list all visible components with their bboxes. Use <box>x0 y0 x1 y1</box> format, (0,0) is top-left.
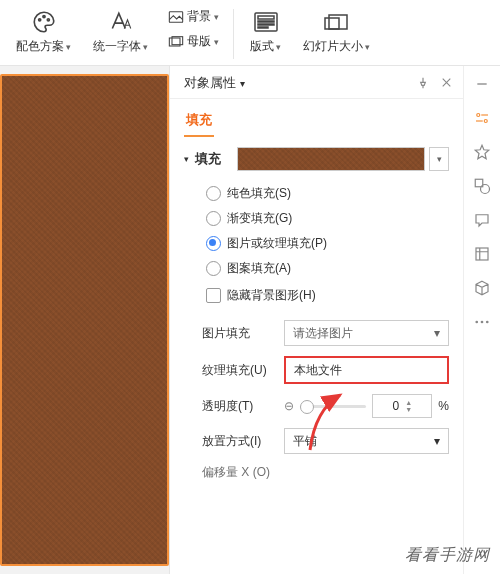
canvas-area <box>0 66 170 574</box>
svg-point-0 <box>38 19 40 21</box>
rail-cube-icon[interactable] <box>472 278 492 298</box>
fill-option-gradient[interactable]: 渐变填充(G) <box>206 210 449 227</box>
panel-title[interactable]: 对象属性 ▾ <box>184 74 245 92</box>
palette-icon <box>31 8 57 36</box>
opacity-slider[interactable] <box>300 405 366 408</box>
color-scheme-button[interactable]: 配色方案▾ <box>10 6 77 57</box>
offset-x-label: 偏移量 X (O) <box>202 464 274 481</box>
master-icon <box>168 35 184 49</box>
chevron-down-icon: ▾ <box>66 42 71 52</box>
chevron-down-icon: ▾ <box>365 42 370 52</box>
radio-icon <box>206 186 221 201</box>
layout-icon <box>253 8 279 36</box>
chevron-down-icon: ▾ <box>240 78 245 89</box>
slide-size-label: 幻灯片大小▾ <box>303 38 370 55</box>
master-button[interactable]: 母版 ▾ <box>164 31 223 52</box>
slide-size-icon <box>323 8 351 36</box>
texture-swatch-dropdown[interactable]: ▾ <box>429 147 449 171</box>
color-scheme-label: 配色方案▾ <box>16 38 71 55</box>
checkbox-icon <box>206 288 221 303</box>
svg-rect-7 <box>258 16 274 19</box>
chevron-down-icon: ▾ <box>214 37 219 47</box>
slider-thumb[interactable] <box>300 400 314 414</box>
master-label: 母版 <box>187 33 211 50</box>
tab-fill[interactable]: 填充 <box>184 105 214 137</box>
svg-point-19 <box>481 321 484 324</box>
slide-preview[interactable] <box>0 74 169 566</box>
svg-point-2 <box>47 19 49 21</box>
layout-button[interactable]: 版式▾ <box>244 6 287 57</box>
picture-fill-label: 图片填充 <box>202 325 274 342</box>
background-button[interactable]: 背景 ▾ <box>164 6 223 27</box>
svg-rect-8 <box>258 21 274 22</box>
svg-point-1 <box>42 16 44 18</box>
rail-chat-icon[interactable] <box>472 210 492 230</box>
chevron-down-icon: ▾ <box>143 42 148 52</box>
background-label: 背景 <box>187 8 211 25</box>
radio-icon <box>206 211 221 226</box>
toolbar-divider <box>233 9 234 59</box>
tile-select[interactable]: 平铺 ▾ <box>284 428 449 454</box>
chevron-down-icon: ▾ <box>434 434 440 448</box>
watermark: 看看手游网 <box>405 545 490 566</box>
svg-point-13 <box>477 114 480 117</box>
svg-point-20 <box>486 321 489 324</box>
layout-label: 版式▾ <box>250 38 281 55</box>
spinner-icon[interactable]: ▲▼ <box>405 399 412 413</box>
chevron-down-icon: ▾ <box>276 42 281 52</box>
svg-point-16 <box>481 185 490 194</box>
svg-point-18 <box>475 321 478 324</box>
svg-rect-11 <box>329 15 347 29</box>
opacity-input[interactable]: 0 ▲▼ <box>372 394 432 418</box>
svg-point-14 <box>484 120 487 123</box>
svg-rect-9 <box>258 24 274 25</box>
fill-option-solid[interactable]: 纯色填充(S) <box>206 185 449 202</box>
pin-icon[interactable] <box>416 76 430 90</box>
chevron-down-icon: ▾ <box>214 12 219 22</box>
font-unify-label: 统一字体▾ <box>93 38 148 55</box>
radio-icon <box>206 236 221 251</box>
rail-settings-icon[interactable] <box>472 108 492 128</box>
right-rail <box>463 66 500 574</box>
chevron-down-icon: ▾ <box>434 326 440 340</box>
chevron-down-icon: ▾ <box>184 154 189 164</box>
rail-shapes-icon[interactable] <box>472 176 492 196</box>
rail-star-icon[interactable] <box>472 142 492 162</box>
hide-background-checkbox[interactable]: 隐藏背景图形(H) <box>184 287 449 304</box>
ribbon-toolbar: 配色方案▾ 统一字体▾ 背景 ▾ <box>0 0 500 66</box>
fill-option-pattern[interactable]: 图案填充(A) <box>206 260 449 277</box>
tile-label: 放置方式(I) <box>202 433 274 450</box>
opacity-label: 透明度(T) <box>202 398 274 415</box>
close-icon[interactable] <box>440 76 453 90</box>
texture-fill-select[interactable]: 本地文件 <box>284 356 449 384</box>
minus-icon[interactable]: ⊖ <box>284 399 294 413</box>
texture-fill-label: 纹理填充(U) <box>202 362 274 379</box>
properties-panel: 对象属性 ▾ 填充 <box>170 66 463 574</box>
opacity-unit: % <box>438 399 449 413</box>
svg-rect-10 <box>258 27 268 28</box>
background-icon <box>168 10 184 24</box>
section-fill-header[interactable]: ▾ 填充 <box>184 150 221 168</box>
rail-more-icon[interactable] <box>472 312 492 332</box>
svg-rect-12 <box>325 18 339 29</box>
svg-rect-17 <box>476 248 488 260</box>
fill-option-picture[interactable]: 图片或纹理填充(P) <box>206 235 449 252</box>
texture-swatch[interactable] <box>237 147 425 171</box>
rail-dash-icon[interactable] <box>472 74 492 94</box>
picture-fill-select[interactable]: 请选择图片 ▾ <box>284 320 449 346</box>
radio-icon <box>206 261 221 276</box>
slide-size-button[interactable]: 幻灯片大小▾ <box>297 6 376 57</box>
font-icon <box>108 8 134 36</box>
rail-assets-icon[interactable] <box>472 244 492 264</box>
font-unify-button[interactable]: 统一字体▾ <box>87 6 154 57</box>
